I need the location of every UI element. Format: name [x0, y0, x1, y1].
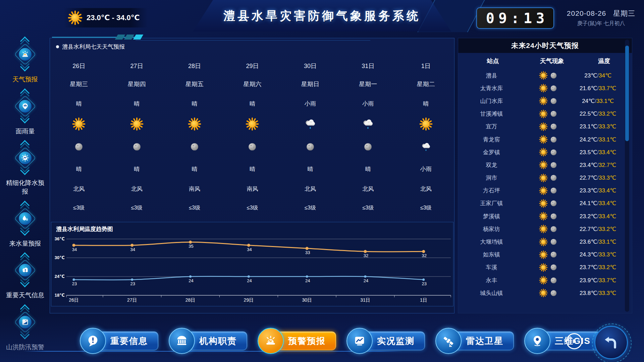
sidebar-item-4[interactable]: 来水量预报: [9, 202, 41, 248]
station-name: 太青水库: [458, 84, 525, 92]
station-name: 永丰: [458, 277, 525, 284]
sun-icon: [419, 113, 433, 135]
low-temp: 23.9℃: [580, 277, 597, 284]
col-header-temperature: 温度: [576, 57, 632, 65]
sidebar-item-1[interactable]: 天气预报: [12, 38, 38, 84]
chevron-down-icon: [21, 115, 29, 123]
temperature-range: 24.3℃/33.3℃: [571, 251, 625, 258]
high-temp: 33.2℃: [599, 111, 616, 117]
nav-item-label: 实况监测: [377, 335, 415, 347]
high-temp: 33.3℃: [599, 290, 616, 296]
moon-icon: [550, 200, 557, 207]
moon-icon: [190, 135, 199, 159]
scrollbar-thumb[interactable]: [625, 46, 629, 141]
moon-icon: [550, 136, 557, 143]
svg-text:24: 24: [305, 278, 310, 283]
wind-direction: 北风: [362, 179, 374, 198]
high-temp: 33.3℃: [599, 123, 616, 130]
temperature-range: 24.1℃/33.4℃: [571, 200, 625, 207]
forecast-24h-row-18: 城头山镇23.8℃/33.3℃: [458, 287, 625, 299]
station-name: 青龙窖: [458, 136, 525, 143]
sun-icon: [539, 110, 548, 118]
day-weather-text: 晴: [423, 94, 429, 113]
station-name: 王家厂镇: [458, 199, 525, 207]
satellite-icon: [442, 334, 455, 348]
low-temp: 23.1℃: [580, 123, 597, 130]
station-name: 山门水库: [458, 97, 525, 105]
forecast-day-column-1: 26日星期三晴晴北风≤3级: [50, 58, 108, 217]
high-temp: 32.7℃: [599, 162, 616, 168]
nav-item-label: 预警预报: [288, 335, 326, 347]
sidebar: 天气预报面雨量精细化降水预报来水量预报重要天气信息山洪防汛预警: [3, 38, 48, 357]
sidebar-item-5[interactable]: 重要天气信息: [6, 253, 44, 300]
water-drop-icon: [21, 214, 30, 223]
sidebar-item-3[interactable]: 精细化降水预报: [4, 141, 47, 196]
forecast-weekday: 星期一: [359, 74, 377, 94]
high-temp: 33.4℃: [599, 187, 616, 194]
nav-item-label: 机构职责: [199, 335, 237, 347]
day-weather-text: 晴: [250, 94, 255, 113]
station-name: 金罗镇: [458, 148, 525, 156]
night-weather-text: 小雨: [420, 159, 432, 179]
day-weather-text: 小雨: [305, 94, 316, 113]
col-header-weather: 天气现象: [528, 57, 576, 65]
forecast-day-column-7: 1日星期二晴小雨北风≤3级: [397, 58, 455, 217]
temperature-range: 22.7℃/33.3℃: [571, 174, 625, 181]
weather-icons: [525, 263, 571, 272]
rain-icon: [420, 135, 432, 159]
chevron-down-icon: [21, 63, 29, 71]
nav-item-5[interactable]: 雷达卫星: [435, 328, 514, 354]
forecast-24h-row-6: 青龙窖24.2℃/33.1℃: [458, 133, 625, 146]
wind-direction: 北风: [131, 179, 143, 198]
forecast-24h-row-5: 宜万23.1℃/33.3℃: [458, 120, 625, 133]
temperature-range: 23℃/34℃: [571, 72, 625, 79]
svg-text:23: 23: [130, 281, 135, 286]
return-button[interactable]: [594, 326, 628, 359]
play-button[interactable]: [566, 333, 582, 349]
sun-icon: [539, 289, 548, 297]
station-name: 车溪: [458, 263, 525, 271]
moon-icon: [306, 135, 315, 159]
wind-direction: 北风: [305, 179, 316, 198]
station-name: 如东镇: [458, 251, 525, 258]
svg-text:32: 32: [422, 253, 427, 258]
high-temp: 33.1℃: [596, 98, 614, 104]
rain-icon: [361, 113, 375, 135]
weather-icons: [525, 276, 571, 285]
sidebar-item-label: 重要天气信息: [6, 291, 44, 300]
nav-item-1[interactable]: 重要信息: [80, 328, 158, 354]
nav-item-3[interactable]: 预警预报: [258, 328, 336, 354]
svg-text:24℃: 24℃: [55, 274, 65, 279]
forecast-24h-row-9: 洞市22.7℃/33.3℃: [458, 172, 625, 184]
nav-item-label: 重要信息: [110, 335, 148, 347]
forecast-24h-row-2: 太青水库21.6℃/33.7℃: [458, 82, 625, 95]
forecast-day-column-2: 27日星期四晴晴北风≤3级: [108, 58, 165, 217]
svg-text:30℃: 30℃: [55, 255, 65, 260]
station-name: 大堰垱镇: [458, 238, 525, 246]
col-header-station: 站点: [458, 57, 528, 65]
moon-icon: [550, 85, 557, 92]
weather-icons: [525, 84, 571, 93]
moon-icon: [550, 110, 557, 117]
sun-icon: [539, 148, 548, 157]
low-temp: 24℃: [582, 98, 595, 104]
sun-icon: [539, 122, 548, 131]
sidebar-item-2[interactable]: 面雨量: [16, 89, 35, 136]
nav-item-4[interactable]: 实况监测: [346, 328, 425, 354]
weather-icons: [525, 161, 571, 169]
seven-day-forecast-grid: 26日星期三晴晴北风≤3级27日星期四晴晴北风≤3级28日星期五晴晴南风≤3级2…: [50, 58, 455, 217]
siren-icon: [264, 334, 277, 348]
scrollbar-track[interactable]: [625, 40, 629, 312]
forecast-24h-row-3: 山门水库24℃/33.1℃: [458, 95, 625, 107]
sun-icon: [539, 84, 548, 93]
return-arrow-icon: [602, 334, 620, 351]
low-temp: 23.8℃: [580, 290, 597, 296]
sidebar-item-label: 面雨量: [16, 127, 35, 136]
nav-item-6[interactable]: 三维GIS: [524, 328, 601, 354]
temperature-range: 23.7℃/33.2℃: [571, 264, 625, 271]
nav-item-2[interactable]: 机构职责: [169, 328, 247, 354]
sun-icon: [539, 174, 548, 182]
high-temp: 33.2℃: [599, 264, 616, 270]
forecast-24h-row-16: 车溪23.7℃/33.2℃: [458, 261, 625, 274]
wind-direction: 南风: [189, 179, 200, 198]
